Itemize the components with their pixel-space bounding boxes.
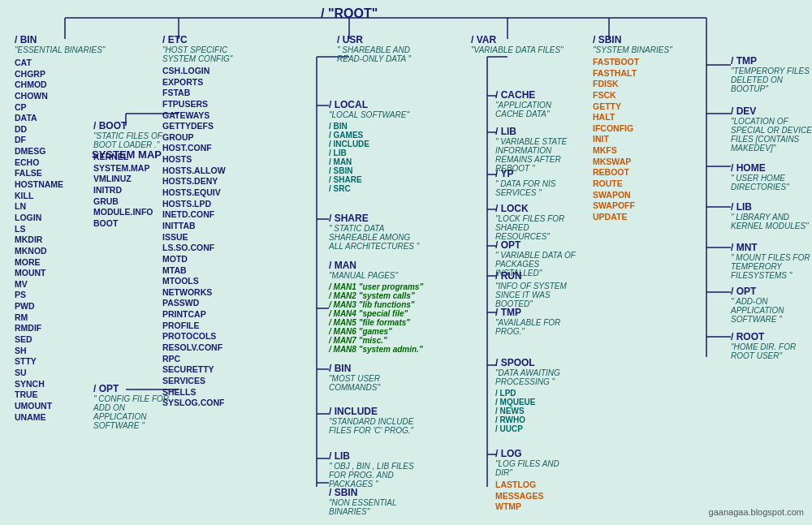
spool-subitem: / NEWS — [495, 407, 577, 415]
etc-item: HOSTS.EQUIV — [162, 187, 256, 199]
man-subitem: / MAN3 "lib functions" — [329, 300, 443, 309]
etc-item: LS.SO.CONF — [162, 243, 256, 254]
bin-item: STTY — [15, 356, 108, 368]
lib-desc: " LIBRARY AND KERNEL MODULES" — [731, 213, 812, 230]
etc-item: HOSTS.ALLOW — [162, 166, 256, 177]
var-cache-title: / CACHE — [495, 89, 577, 101]
etc-item: ISSUE — [162, 232, 256, 243]
opt-title: / OPT — [731, 286, 812, 297]
etc-item: CSH.LOGIN — [162, 66, 256, 77]
tmp-desc: "TEMPERORY FILES DELETED ON BOOTUP" — [731, 67, 812, 93]
usr-title: / USR — [337, 34, 434, 45]
usr-man-desc: "MANUAL PAGES" — [329, 271, 443, 280]
sbin-item: REBOOT — [593, 167, 690, 179]
usr-bin-title: / BIN — [329, 363, 422, 374]
local-subitem: / BIN — [329, 122, 418, 131]
etc-item: GROUP — [162, 132, 256, 144]
log-item: MESSAGES — [495, 491, 577, 502]
mnt-desc: " MOUNT FILES FOR TEMPERORY FILESYSTEMS … — [731, 253, 812, 280]
lib-node: / LIB " LIBRARY AND KERNEL MODULES" — [731, 201, 812, 230]
etc-item: RESOLV.CONF — [162, 342, 256, 354]
etc-opt-node: / OPT " CONFIG FILE FOR ADD ON APPLICATI… — [93, 383, 171, 430]
bin-item: CAT — [15, 58, 108, 69]
man-subitem: / MAN2 "system calls" — [329, 291, 443, 300]
sbin-item: MKSWAP — [593, 157, 690, 168]
local-subitem: / GAMES — [329, 131, 418, 140]
spool-subitem: / LPD — [495, 389, 577, 398]
sbin-item: UPDATE — [593, 212, 690, 223]
var-run-title: / RUN — [495, 270, 577, 282]
var-lock-title: / LOCK — [495, 203, 577, 214]
man-subitem: / MAN1 "user programs" — [329, 282, 443, 291]
var-node: / VAR "VARIABLE DATA FILES" — [471, 34, 564, 54]
usr-local-node: / LOCAL "LOCAL SOFTWARE" / BIN / GAMES /… — [329, 99, 418, 193]
sbin-item: SWAPOFF — [593, 200, 690, 212]
etc-item: MTAB — [162, 265, 256, 277]
usr-local-title: / LOCAL — [329, 99, 418, 110]
etc-item: FTPUSERS — [162, 99, 256, 110]
var-title: / VAR — [471, 34, 564, 45]
etc-item: SECURETTY — [162, 364, 256, 376]
var-lock-desc: "LOCK FILES FOR SHARED RESOURCES" — [495, 214, 577, 241]
usr-local-desc: "LOCAL SOFTWARE" — [329, 110, 418, 119]
var-spool-desc: "DATA AWAITING PROCESSING " — [495, 368, 577, 386]
page-container: / "ROOT" / BIN "ESSENTIAL BINARIES" CAT … — [0, 0, 812, 525]
var-cache-node: / CACHE "APPLICATION CACHE DATA" — [495, 89, 577, 118]
etc-node: / ETC "HOST SPECIFIC SYSTEM CONFIG" CSH.… — [162, 34, 256, 409]
usr-man-node: / MAN "MANUAL PAGES" / MAN1 "user progra… — [329, 260, 443, 354]
local-subitem: / SRC — [329, 184, 418, 193]
var-cache-desc: "APPLICATION CACHE DATA" — [495, 101, 577, 118]
etc-item: FSTAB — [162, 88, 256, 99]
sbin-desc: "SYSTEM BINARIES" — [593, 45, 690, 54]
var-tmp-desc: "AVAILABLE FOR PROG." — [495, 318, 577, 336]
usr-share-node: / SHARE " STATIC DATA SHAREABLE AMONG AL… — [329, 213, 422, 251]
usr-sbin-desc: "NON ESSENTIAL BINARIES" — [329, 498, 422, 516]
usr-include-node: / INCLUDE "STANDARD INCLUDE FILES FOR 'C… — [329, 406, 422, 435]
local-subitem: / LIB — [329, 148, 418, 157]
sbin-title: / SBIN — [593, 34, 690, 45]
local-subitem: / SHARE — [329, 175, 418, 184]
etc-item: INETD.CONF — [162, 209, 256, 221]
etc-item: MOTD — [162, 254, 256, 265]
etc-opt-title: / OPT — [93, 383, 171, 394]
usr-sbin-node: / SBIN "NON ESSENTIAL BINARIES" — [329, 487, 422, 516]
usr-include-title: / INCLUDE — [329, 406, 422, 417]
log-item: LASTLOG — [495, 480, 577, 491]
etc-item: HOSTS.LPD — [162, 199, 256, 210]
var-log-desc: "LOG FILES AND DIR" — [495, 459, 577, 477]
bin-item: RMDIF — [15, 323, 108, 334]
var-tmp-node: / TMP "AVAILABLE FOR PROG." — [495, 307, 577, 336]
sbin-item: FSCK — [593, 90, 690, 101]
etc-item: NETWORKS — [162, 287, 256, 299]
usr-share-title: / SHARE — [329, 213, 422, 224]
bin-item: PS — [15, 290, 108, 301]
opt-node: / OPT " ADD-ON APPLICATION SOFTWARE " — [731, 286, 812, 324]
man-subitem: / MAN4 "special file" — [329, 309, 443, 318]
usr-lib-desc: " OBJ , BIN , LIB FILES FOR PROG. AND PA… — [329, 462, 422, 488]
watermark: gaanagaa.blogspot.com — [709, 507, 804, 517]
usr-bin-node: / BIN "MOST USER COMMANDS" — [329, 363, 422, 392]
sbin-item: SWAPON — [593, 190, 690, 201]
usr-man-title: / MAN — [329, 260, 443, 271]
local-subitem: / MAN — [329, 157, 418, 166]
var-run-desc: "INFO OF SYSTEM SINCE IT WAS BOOTED" — [495, 282, 577, 308]
etc-item: PASSWD — [162, 298, 256, 309]
log-item: WTMP — [495, 501, 577, 513]
opt-desc: " ADD-ON APPLICATION SOFTWARE " — [731, 297, 812, 324]
var-log-node: / LOG "LOG FILES AND DIR" LASTLOG MESSAG… — [495, 448, 577, 513]
usr-share-desc: " STATIC DATA SHAREABLE AMONG ALL ARCHIT… — [329, 224, 422, 251]
bin-item: MORE — [15, 257, 108, 269]
home-node: / HOME " USER HOME DIRECTORIES" — [731, 162, 812, 191]
var-spool-title: / SPOOL — [495, 357, 577, 368]
sbin-item: ROUTE — [593, 179, 690, 190]
sbin-node: / SBIN "SYSTEM BINARIES" FASTBOOT FASTHA… — [593, 34, 690, 223]
man-subitem: / MAN5 "file formats" — [329, 318, 443, 327]
usr-include-desc: "STANDARD INCLUDE FILES FOR 'C' PROG." — [329, 417, 422, 435]
etc-item: HOSTS.DENY — [162, 176, 256, 187]
var-run-node: / RUN "INFO OF SYSTEM SINCE IT WAS BOOTE… — [495, 270, 577, 308]
var-spool-node: / SPOOL "DATA AWAITING PROCESSING " / LP… — [495, 357, 577, 433]
usr-bin-desc: "MOST USER COMMANDS" — [329, 374, 422, 392]
sbin-item: FASTHALT — [593, 68, 690, 80]
etc-item: PROTOCOLS — [162, 331, 256, 342]
sbin-item: FASTBOOT — [593, 57, 690, 68]
